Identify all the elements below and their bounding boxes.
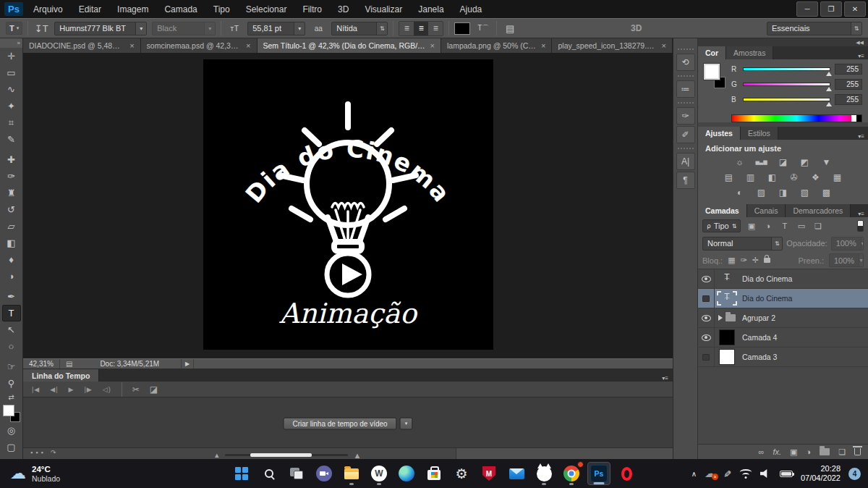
dodge-tool[interactable]: ◑: [2, 268, 21, 285]
photoshop-button[interactable]: Ps: [587, 462, 610, 485]
panel-color-swatches[interactable]: [704, 64, 726, 88]
fill-field[interactable]: 100% ▾: [829, 253, 864, 267]
vibrance-icon[interactable]: ▼: [820, 156, 834, 167]
filter-toggle[interactable]: [857, 220, 864, 232]
close-tab-icon[interactable]: ×: [246, 41, 250, 50]
pen-tool[interactable]: ✒: [2, 288, 21, 305]
lock-position-icon[interactable]: ✛: [752, 256, 759, 265]
healing-brush-tool[interactable]: ✚: [2, 151, 21, 168]
screen-mode-button[interactable]: ▢: [2, 439, 21, 455]
tab-cor[interactable]: Cor: [698, 46, 726, 59]
tab-canais[interactable]: Canais: [747, 204, 786, 217]
red-value-field[interactable]: 255: [835, 64, 862, 75]
volume-icon[interactable]: [760, 469, 770, 478]
start-button[interactable]: [230, 462, 253, 485]
canvas-area[interactable]: Dia do Cinema: [23, 53, 673, 358]
close-tab-icon[interactable]: ×: [541, 41, 545, 50]
add-layer-mask-icon[interactable]: ▣: [790, 447, 797, 457]
color-spectrum-ramp[interactable]: [731, 114, 862, 122]
collapse-dock-button[interactable]: ◀◀: [698, 38, 868, 46]
magic-wand-tool[interactable]: ✦: [2, 98, 21, 114]
close-tab-icon[interactable]: ×: [129, 41, 134, 50]
layer-row-camada-3[interactable]: Camada 3: [698, 348, 868, 367]
menu-tipo[interactable]: Tipo: [213, 4, 230, 14]
minimize-button[interactable]: ─: [796, 1, 818, 17]
wattpad-button[interactable]: W: [367, 462, 391, 485]
filter-type-layers-icon[interactable]: T: [778, 222, 791, 230]
tab-amostras[interactable]: Amostras: [726, 46, 773, 59]
pen-icon[interactable]: ✎: [722, 470, 733, 478]
menu-visualizar[interactable]: Visualizar: [365, 4, 402, 14]
blue-slider[interactable]: [743, 98, 830, 101]
tab-ajustes[interactable]: Ajustes: [698, 127, 741, 140]
exposure-icon[interactable]: ◩: [798, 156, 812, 167]
layer-row-dia-do-cinema-1[interactable]: T⌒ Dia do Cinema: [698, 269, 868, 289]
warp-text-button[interactable]: T⌒: [475, 22, 491, 35]
layer-style-fx-icon[interactable]: fx.: [773, 447, 781, 456]
visibility-toggle[interactable]: [698, 348, 715, 366]
search-button[interactable]: [258, 462, 281, 485]
menu-3d[interactable]: 3D: [338, 4, 349, 14]
clone-stamp-tool[interactable]: ♜: [2, 185, 21, 201]
workspace-select[interactable]: Essenciais ⇅: [767, 22, 862, 35]
lock-transparency-icon[interactable]: ▦: [728, 256, 735, 265]
create-video-timeline-button[interactable]: Criar linha de tempo de vídeo: [283, 417, 396, 429]
brush-tool[interactable]: ✑: [2, 168, 21, 185]
gradient-map-icon[interactable]: ▧: [798, 187, 812, 198]
path-selection-tool[interactable]: ↖: [2, 321, 21, 338]
next-frame-button[interactable]: |▶: [84, 386, 92, 393]
menu-filtro[interactable]: Filtro: [302, 4, 322, 14]
new-layer-icon[interactable]: ❏: [838, 447, 846, 457]
eraser-tool[interactable]: ▱: [2, 218, 21, 235]
weather-widget[interactable]: ☁ 24°C Nublado: [10, 464, 60, 483]
tray-expand-chevron[interactable]: ∧: [692, 470, 697, 478]
foreground-background-swatches[interactable]: [3, 405, 20, 422]
go-to-first-frame-button[interactable]: |◀: [32, 386, 40, 393]
expand-group-icon[interactable]: [718, 315, 723, 321]
battery-icon[interactable]: [780, 471, 793, 477]
menu-camada[interactable]: Camada: [164, 4, 197, 14]
blur-tool[interactable]: ♦: [2, 251, 21, 268]
menu-selecionar[interactable]: Selecionar: [246, 4, 287, 14]
settings-button[interactable]: ⚙: [450, 462, 473, 485]
channel-mixer-icon[interactable]: ❖: [809, 172, 823, 182]
crop-tool[interactable]: ⌗: [2, 114, 21, 131]
tool-preset-picker[interactable]: T ▾: [6, 22, 22, 35]
zoom-tool[interactable]: ⚲: [2, 375, 21, 392]
layer-row-camada-4[interactable]: Camada 4: [698, 328, 868, 348]
slider-thumb[interactable]: [826, 87, 832, 91]
panel-menu-icon[interactable]: ▾≡: [858, 133, 868, 140]
ellipse-tool[interactable]: ○: [2, 338, 21, 355]
menu-janela[interactable]: Janela: [418, 4, 443, 14]
text-color-swatch[interactable]: [454, 22, 470, 35]
levels-icon[interactable]: ▅▃▆: [754, 156, 769, 167]
panel-menu-icon[interactable]: ▾≡: [858, 211, 868, 217]
lock-all-icon[interactable]: [764, 258, 770, 263]
quick-mask-button[interactable]: ◎: [2, 422, 21, 439]
frame-view-icon[interactable]: ▪▪▪: [30, 449, 46, 456]
render-video-icon[interactable]: ↷: [51, 449, 59, 456]
layer-filter-type-select[interactable]: ⍴ Tipo ⇅: [702, 219, 741, 232]
green-slider[interactable]: [743, 83, 830, 86]
close-tab-icon[interactable]: ×: [662, 41, 666, 50]
document-canvas[interactable]: Dia do Cinema: [203, 59, 493, 350]
tab-demarcadores[interactable]: Demarcadores: [786, 204, 851, 217]
properties-panel-icon[interactable]: ≔: [676, 80, 695, 98]
cat-app-button[interactable]: [532, 462, 556, 485]
anti-alias-select[interactable]: Nítida ⇅: [331, 22, 388, 35]
transition-icon[interactable]: ◪: [150, 384, 158, 395]
notification-count-badge[interactable]: 4: [848, 468, 861, 480]
panel-menu-icon[interactable]: ▾≡: [662, 375, 673, 382]
align-left-button[interactable]: ≡: [399, 22, 414, 35]
visibility-toggle[interactable]: [698, 308, 715, 327]
history-panel-icon[interactable]: ⟲: [676, 54, 695, 71]
text-orientation-button[interactable]: ↧T: [33, 22, 49, 35]
font-style-select[interactable]: Black ▾: [152, 22, 216, 35]
posterize-icon[interactable]: ▨: [754, 187, 769, 198]
document-tab-play-speed-icon[interactable]: play_speed_icon_138279.png×: [552, 38, 673, 53]
blend-mode-select[interactable]: Normal ⇅: [702, 237, 783, 251]
zoom-in-icon[interactable]: ▲: [354, 451, 362, 460]
foreground-color-swatch[interactable]: [3, 405, 14, 416]
play-button[interactable]: ▶: [69, 386, 75, 393]
document-tab-sem-titulo-active[interactable]: Sem Título-1 @ 42,3% (Dia do Cinema, RGB…: [258, 38, 442, 53]
